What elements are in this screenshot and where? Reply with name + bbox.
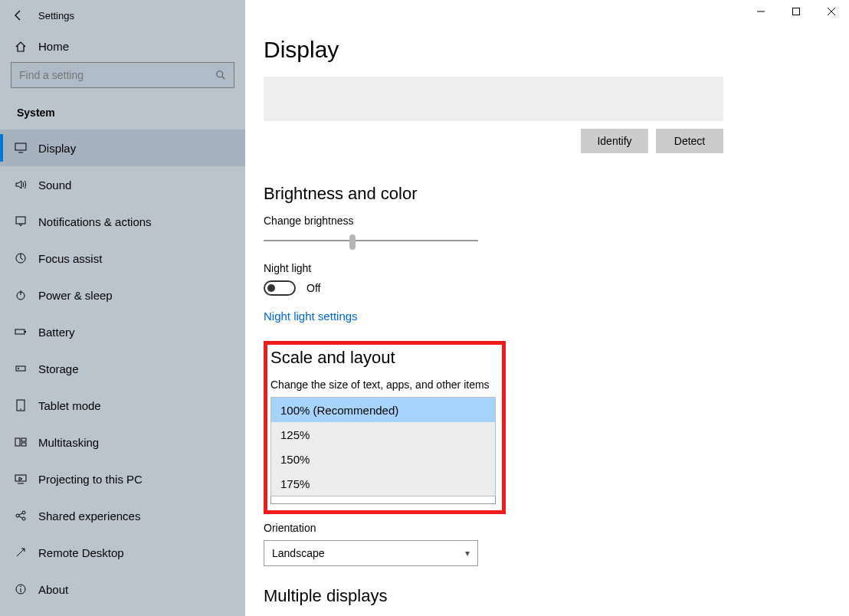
sidebar-item-focus-assist[interactable]: Focus assist [0, 240, 245, 277]
detect-button[interactable]: Detect [656, 129, 723, 153]
svg-rect-9 [16, 366, 25, 371]
svg-rect-4 [16, 217, 25, 224]
window-title: Settings [38, 10, 74, 21]
svg-point-18 [22, 511, 25, 514]
sidebar-nav: DisplaySoundNotifications & actionsFocus… [0, 129, 245, 608]
search-icon [215, 70, 226, 80]
sidebar-item-sound[interactable]: Sound [0, 166, 245, 203]
focus-assist-icon [14, 252, 28, 264]
svg-point-12 [20, 408, 21, 410]
shared-icon [14, 510, 28, 522]
search-input[interactable] [19, 69, 215, 81]
svg-rect-15 [21, 443, 26, 446]
notifications-icon [14, 215, 28, 228]
svg-rect-2 [15, 143, 26, 150]
sidebar-category: System [0, 99, 245, 129]
home-icon [14, 41, 28, 53]
sidebar-item-label: Shared experiences [38, 510, 140, 523]
svg-point-0 [217, 71, 223, 77]
scale-section-heading: Scale and layout [270, 348, 496, 368]
night-light-state: Off [306, 282, 320, 294]
tablet-icon [14, 399, 28, 411]
multiple-displays-heading: Multiple displays [264, 586, 849, 606]
maximize-icon [792, 7, 801, 16]
scale-option[interactable]: 150% [271, 447, 495, 471]
close-button[interactable] [814, 0, 849, 23]
sidebar-item-label: Power & sleep [38, 289, 113, 302]
brightness-section-heading: Brightness and color [264, 184, 849, 204]
scale-option[interactable]: 100% (Recommended) [271, 398, 495, 422]
identify-button[interactable]: Identify [581, 129, 648, 153]
sidebar-item-tablet-mode[interactable]: Tablet mode [0, 387, 245, 424]
sidebar-item-label: Display [38, 142, 76, 155]
sidebar-item-about[interactable]: About [0, 571, 245, 608]
sidebar-item-multitasking[interactable]: Multitasking [0, 424, 245, 460]
maximize-button[interactable] [779, 0, 814, 23]
sidebar-item-label: Sound [38, 179, 71, 192]
sidebar-item-remote-desktop[interactable]: Remote Desktop [0, 534, 245, 571]
svg-line-20 [19, 513, 22, 515]
projecting-icon [14, 473, 28, 485]
window-controls [743, 0, 849, 23]
about-icon [14, 583, 28, 595]
slider-thumb[interactable] [349, 234, 356, 250]
svg-point-10 [18, 368, 19, 369]
sidebar-item-label: Multitasking [38, 436, 99, 449]
scale-option[interactable]: 125% [271, 422, 495, 447]
svg-rect-8 [25, 331, 26, 333]
storage-icon [14, 362, 28, 375]
svg-rect-7 [15, 329, 25, 334]
sidebar-item-label: Focus assist [38, 252, 102, 265]
sidebar-item-display[interactable]: Display [0, 129, 245, 166]
sidebar-home[interactable]: Home [0, 31, 245, 62]
orientation-select[interactable]: Landscape ▾ [264, 540, 478, 566]
main-content: Display Identify Detect Brightness and c… [245, 0, 849, 616]
sidebar-item-power-sleep[interactable]: Power & sleep [0, 277, 245, 313]
sidebar-item-label: Remote Desktop [38, 546, 124, 559]
chevron-down-icon: ▾ [465, 548, 470, 559]
scale-dropdown-open[interactable]: 100% (Recommended)125%150%175% [270, 397, 496, 496]
toggle-knob [267, 284, 275, 292]
search-input-wrap[interactable] [11, 62, 234, 88]
power-icon [14, 289, 28, 301]
sidebar-item-label: Storage [38, 362, 79, 375]
scale-dropdown-base [270, 496, 496, 504]
display-icon [14, 142, 28, 154]
sidebar-item-label: Tablet mode [38, 399, 101, 412]
svg-point-17 [16, 514, 19, 517]
svg-point-19 [22, 517, 25, 520]
svg-rect-13 [15, 438, 20, 446]
sidebar-item-projecting-to-this-pc[interactable]: Projecting to this PC [0, 460, 245, 497]
svg-rect-26 [793, 8, 800, 15]
svg-rect-14 [21, 438, 26, 441]
brightness-slider[interactable] [264, 233, 478, 248]
night-light-settings-link[interactable]: Night light settings [264, 310, 358, 323]
sidebar-item-label: Projecting to this PC [38, 473, 143, 486]
sidebar-item-notifications-actions[interactable]: Notifications & actions [0, 203, 245, 240]
arrow-left-icon [12, 9, 25, 21]
multitasking-icon [14, 436, 28, 448]
page-title: Display [264, 37, 849, 63]
sidebar-item-battery[interactable]: Battery [0, 313, 245, 350]
slider-track [264, 240, 478, 241]
brightness-label: Change brightness [264, 215, 849, 227]
minimize-button[interactable] [743, 0, 779, 23]
sidebar-item-shared-experiences[interactable]: Shared experiences [0, 497, 245, 534]
battery-icon [14, 326, 28, 338]
scale-option[interactable]: 175% [271, 471, 495, 496]
minimize-icon [756, 7, 765, 16]
svg-line-21 [19, 516, 22, 518]
night-light-label: Night light [264, 262, 849, 274]
display-preview[interactable] [264, 77, 723, 121]
night-light-toggle[interactable] [264, 280, 296, 296]
sidebar-item-label: Battery [38, 326, 75, 339]
remote-icon [14, 546, 28, 559]
scale-label: Change the size of text, apps, and other… [270, 378, 496, 391]
svg-point-24 [20, 586, 21, 588]
back-button[interactable] [6, 3, 31, 28]
orientation-value: Landscape [272, 547, 325, 559]
sidebar-item-storage[interactable]: Storage [0, 350, 245, 387]
sidebar: Settings Home System DisplaySoundNotific… [0, 0, 245, 616]
svg-line-1 [222, 77, 225, 80]
close-icon [827, 7, 836, 16]
